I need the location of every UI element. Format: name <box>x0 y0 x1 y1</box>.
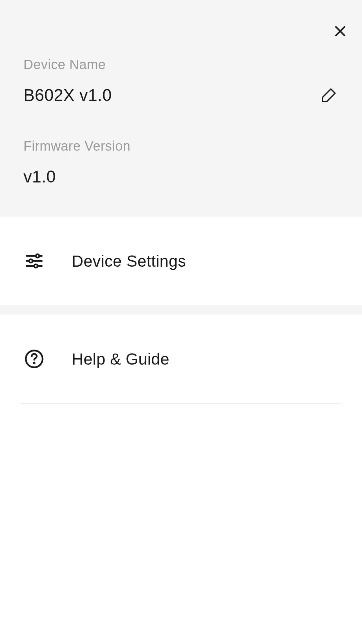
question-circle-icon <box>23 348 45 370</box>
svg-point-9 <box>34 363 35 364</box>
device-name-block: Device Name B602X v1.0 <box>23 57 339 105</box>
svg-point-5 <box>29 259 33 263</box>
menu-section: Device Settings <box>0 217 362 305</box>
divider <box>20 403 342 404</box>
pencil-icon <box>321 86 338 104</box>
help-section: Help & Guide <box>0 315 362 404</box>
device-name-value: B602X v1.0 <box>23 86 112 105</box>
svg-point-3 <box>36 254 39 258</box>
close-button[interactable] <box>332 23 349 40</box>
section-separator <box>0 305 362 315</box>
firmware-block: Firmware Version v1.0 <box>23 139 339 186</box>
device-name-label: Device Name <box>23 57 339 72</box>
help-guide-label: Help & Guide <box>72 350 170 368</box>
firmware-label: Firmware Version <box>23 139 339 154</box>
sliders-icon <box>23 250 45 272</box>
svg-point-7 <box>34 264 38 268</box>
device-settings-item[interactable]: Device Settings <box>0 217 362 305</box>
close-icon <box>333 24 348 40</box>
help-guide-item[interactable]: Help & Guide <box>0 315 362 403</box>
edit-device-name-button[interactable] <box>320 86 339 104</box>
firmware-value: v1.0 <box>23 167 56 186</box>
device-settings-label: Device Settings <box>72 252 186 270</box>
header-section: Device Name B602X v1.0 Firmware Version … <box>0 0 362 217</box>
